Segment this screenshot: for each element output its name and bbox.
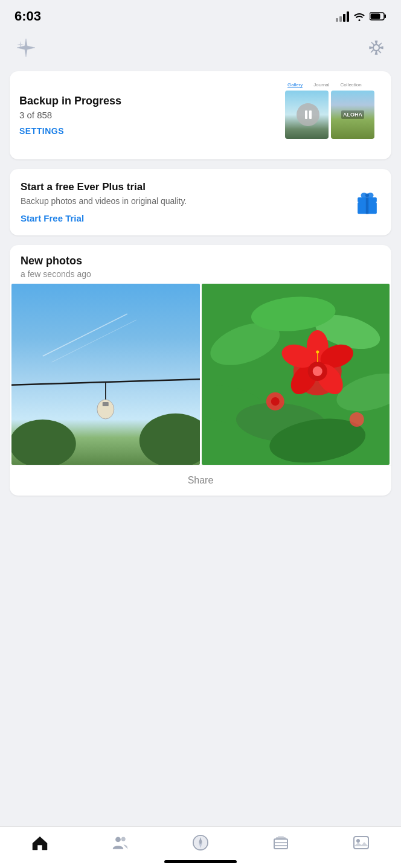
svg-point-41 bbox=[349, 412, 364, 427]
svg-rect-1 bbox=[385, 14, 387, 18]
backup-info: Backup in Progress 3 of 858 SETTINGS bbox=[19, 95, 121, 136]
backup-title: Backup in Progress bbox=[19, 95, 121, 107]
preview-tabs: Gallery Journal Collection bbox=[285, 82, 382, 88]
svg-point-4 bbox=[373, 45, 379, 51]
albums-icon bbox=[272, 834, 289, 851]
gift-icon bbox=[354, 189, 380, 215]
wifi-icon bbox=[353, 11, 366, 21]
new-photos-timestamp: a few seconds ago bbox=[21, 269, 380, 279]
tab-journal[interactable]: Journal bbox=[313, 82, 329, 88]
preview-images: ALOHA bbox=[285, 91, 382, 139]
aloha-text: ALOHA bbox=[341, 110, 364, 119]
svg-rect-2 bbox=[371, 14, 380, 19]
preview-img-sky bbox=[285, 91, 329, 139]
flower-photo-svg bbox=[202, 284, 390, 465]
svg-rect-50 bbox=[276, 837, 286, 839]
new-photos-card: New photos a few seconds ago bbox=[10, 245, 391, 496]
share-label: Share bbox=[188, 475, 214, 485]
svg-rect-18 bbox=[103, 402, 109, 406]
svg-point-48 bbox=[199, 841, 202, 844]
nav-item-people[interactable] bbox=[80, 834, 161, 851]
pause-bars bbox=[305, 110, 312, 119]
trial-info: Start a free Ever Plus trial Backup phot… bbox=[21, 181, 187, 223]
people-icon bbox=[112, 834, 129, 851]
home-icon bbox=[31, 834, 48, 851]
svg-point-7 bbox=[365, 193, 369, 197]
svg-point-43 bbox=[121, 837, 126, 841]
status-bar: 6:03 bbox=[0, 0, 401, 29]
svg-point-36 bbox=[312, 366, 322, 376]
nav-item-explore[interactable] bbox=[161, 834, 241, 851]
new-photos-header: New photos a few seconds ago bbox=[10, 245, 391, 284]
pause-overlay bbox=[297, 103, 319, 126]
app-header bbox=[0, 29, 401, 71]
status-icons bbox=[336, 11, 387, 22]
trial-card: Start a free Ever Plus trial Backup phot… bbox=[10, 169, 391, 235]
start-free-trial-button[interactable]: Start Free Trial bbox=[21, 213, 187, 223]
nav-item-home[interactable] bbox=[0, 834, 80, 851]
home-indicator bbox=[164, 860, 237, 863]
photos-icon bbox=[353, 834, 370, 851]
nav-item-albums[interactable] bbox=[240, 834, 321, 851]
trial-description: Backup photos and videos in original qua… bbox=[21, 196, 187, 206]
tab-collection[interactable]: Collection bbox=[341, 82, 362, 88]
svg-point-40 bbox=[271, 397, 279, 406]
svg-rect-11 bbox=[366, 202, 368, 214]
svg-rect-51 bbox=[278, 836, 284, 837]
backup-preview: Gallery Journal Collection ALOHA bbox=[285, 82, 382, 148]
tab-gallery[interactable]: Gallery bbox=[287, 82, 303, 88]
backup-count: 3 of 858 bbox=[19, 110, 121, 120]
signal-icon bbox=[336, 11, 349, 22]
svg-rect-54 bbox=[354, 837, 368, 849]
pause-bar-left bbox=[305, 110, 307, 119]
status-time: 6:03 bbox=[14, 8, 41, 24]
svg-point-42 bbox=[115, 837, 121, 842]
photo-flower[interactable] bbox=[202, 284, 390, 465]
pause-bar-right bbox=[309, 110, 312, 119]
compass-icon bbox=[192, 834, 209, 851]
svg-point-38 bbox=[316, 351, 319, 354]
svg-rect-49 bbox=[274, 839, 287, 849]
nav-item-photos[interactable] bbox=[321, 834, 401, 851]
svg-rect-9 bbox=[366, 197, 368, 202]
backup-card: Backup in Progress 3 of 858 SETTINGS Gal… bbox=[10, 71, 391, 159]
battery-icon bbox=[370, 12, 387, 21]
trial-title: Start a free Ever Plus trial bbox=[21, 181, 187, 193]
backup-settings-link[interactable]: SETTINGS bbox=[19, 126, 121, 136]
sparkle-icon[interactable] bbox=[14, 36, 37, 62]
svg-point-55 bbox=[356, 839, 360, 843]
settings-icon[interactable] bbox=[366, 37, 387, 60]
new-photos-title: New photos bbox=[21, 255, 380, 267]
photos-grid bbox=[10, 284, 391, 465]
share-row[interactable]: Share bbox=[10, 465, 391, 496]
sky-photo-svg bbox=[11, 284, 200, 465]
photo-sky[interactable] bbox=[11, 284, 200, 465]
preview-img-aloha: ALOHA bbox=[331, 91, 374, 139]
